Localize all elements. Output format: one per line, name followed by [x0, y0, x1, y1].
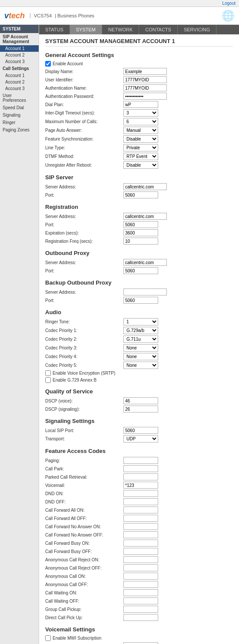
line-type-label: Line Type:: [45, 145, 123, 150]
dscp-voice-row: DSCP (voice):: [45, 397, 233, 404]
direct-pickup-row: Direct Call Pick Up:: [45, 614, 233, 621]
sidebar-item-call-account3[interactable]: Account 3: [0, 85, 39, 92]
reg-server-input[interactable]: [123, 213, 167, 220]
voicemail-code-input[interactable]: [123, 482, 158, 489]
logout-link[interactable]: Logout: [222, 1, 236, 6]
enable-account-checkbox[interactable]: [45, 61, 51, 67]
g729-checkbox[interactable]: [45, 377, 51, 383]
anon-on-row: Anonymous Call ON:: [45, 573, 233, 580]
display-name-input[interactable]: [123, 68, 167, 75]
auth-password-input[interactable]: [123, 93, 167, 100]
codec2-label: Codec Priority 2:: [45, 337, 123, 342]
bkob-server-input[interactable]: [123, 288, 167, 295]
codec5-row: Codec Priority 5: None: [45, 362, 233, 369]
sidebar-item-call-account2[interactable]: Account 2: [0, 79, 39, 85]
parked-input[interactable]: [123, 473, 158, 480]
voicemail-code-label: Voicemail:: [45, 483, 123, 488]
sidebar-item-user-pref[interactable]: User Preferences: [0, 92, 39, 104]
cfb-on-input[interactable]: [123, 540, 158, 547]
cw-on-input[interactable]: [123, 589, 158, 596]
tab-status[interactable]: STATUS: [39, 25, 70, 34]
dtmf-select[interactable]: RTP Event: [123, 153, 158, 160]
mailbox-input[interactable]: [123, 642, 158, 644]
sidebar-item-account2[interactable]: Account 2: [0, 52, 39, 58]
sidebar-item-paging-zones[interactable]: Paging Zones: [0, 126, 39, 134]
cfna-off-input[interactable]: [123, 531, 158, 538]
section-backup-outbound: Backup Outbound Proxy: [45, 279, 233, 286]
mwi-checkbox[interactable]: [45, 635, 51, 641]
codec4-select[interactable]: None: [123, 353, 158, 360]
srtp-checkbox[interactable]: [45, 370, 51, 376]
reg-port-input[interactable]: [123, 221, 158, 228]
local-sip-input[interactable]: [123, 427, 158, 434]
reg-exp-input[interactable]: [123, 229, 158, 236]
dnd-off-input[interactable]: [123, 498, 158, 505]
dnd-on-input[interactable]: [123, 490, 158, 497]
dial-plan-input[interactable]: [123, 101, 158, 108]
user-id-row: User Identifier:: [45, 76, 233, 83]
acr-off-input[interactable]: [123, 564, 158, 571]
anon-off-input[interactable]: [123, 581, 158, 588]
sidebar-item-account3[interactable]: Account 3: [0, 58, 39, 65]
dscp-voice-input[interactable]: [123, 397, 158, 404]
feature-sync-select[interactable]: Disable: [123, 135, 158, 143]
inter-digit-select[interactable]: 3: [123, 109, 158, 117]
page-title: SYSTEM ACCOUNT MANAGEMENT ACCOUNT 1: [45, 38, 233, 47]
direct-pickup-label: Direct Call Pick Up:: [45, 615, 123, 620]
cfna-off-row: Call Forward No Answer OFF:: [45, 531, 233, 538]
tab-system[interactable]: SYSTEM: [70, 25, 102, 34]
line-type-select[interactable]: Private: [123, 144, 158, 151]
sidebar-item-signaling[interactable]: Signaling: [0, 111, 39, 119]
sidebar-item-call-account1[interactable]: Account 1: [0, 72, 39, 79]
ob-port-input[interactable]: [123, 267, 158, 274]
max-calls-select[interactable]: 6: [123, 118, 158, 125]
paging-input[interactable]: [123, 457, 158, 464]
anon-off-label: Anonymous Call OFF:: [45, 582, 123, 587]
tab-servicing[interactable]: SERVICING: [178, 25, 216, 34]
page-auto-row: Page Auto Answer: Manual: [45, 127, 233, 134]
anon-on-input[interactable]: [123, 573, 158, 580]
dscp-signal-input[interactable]: [123, 406, 158, 413]
tab-contacts[interactable]: CONTACTS: [139, 25, 178, 34]
ringer-tone-select[interactable]: 1: [123, 318, 158, 325]
cfa-on-input[interactable]: [123, 506, 158, 513]
cw-off-input[interactable]: [123, 597, 158, 604]
sidebar-item-speed-dial[interactable]: Speed Dial: [0, 104, 39, 111]
codec2-select[interactable]: G.711u: [123, 335, 158, 343]
sip-server-input[interactable]: [123, 183, 167, 190]
tab-network[interactable]: NETWORK: [102, 25, 139, 34]
ob-server-input[interactable]: [123, 259, 167, 266]
sidebar-item-ringer[interactable]: Ringer: [0, 119, 39, 126]
paging-row: Paging:: [45, 457, 233, 464]
cfna-on-input[interactable]: [123, 523, 158, 530]
direct-pickup-input[interactable]: [123, 614, 158, 621]
auth-name-input[interactable]: [123, 84, 167, 91]
user-id-input[interactable]: [123, 76, 167, 83]
cfb-off-input[interactable]: [123, 548, 158, 555]
page-auto-select[interactable]: Manual: [123, 127, 158, 134]
dnd-on-label: DND ON:: [45, 491, 123, 496]
call-park-input[interactable]: [123, 465, 158, 472]
cfa-off-input[interactable]: [123, 515, 158, 522]
ob-server-row: Server Address:: [45, 259, 233, 266]
transport-select[interactable]: UDP: [123, 435, 158, 443]
cfb-off-label: Call Forward Busy OFF:: [45, 549, 123, 554]
acr-off-row: Anonymous Call Reject OFF:: [45, 564, 233, 571]
codec1-label: Codec Priority 1:: [45, 328, 123, 333]
sip-port-input[interactable]: [123, 191, 158, 198]
dnd-off-row: DND OFF:: [45, 498, 233, 505]
codec5-label: Codec Priority 5:: [45, 363, 123, 368]
reg-server-row: Server Address:: [45, 213, 233, 220]
parked-row: Parked Call Retrieval:: [45, 473, 233, 480]
codec5-select[interactable]: None: [123, 362, 158, 369]
codec1-select[interactable]: G.729a/b: [123, 327, 158, 334]
inter-digit-label: Inter-Digit Timeout (secs):: [45, 111, 123, 115]
acr-on-input[interactable]: [123, 556, 158, 563]
sidebar-item-account1[interactable]: Account 1: [0, 45, 39, 52]
reg-freq-input[interactable]: [123, 238, 158, 245]
dnd-on-row: DND ON:: [45, 490, 233, 497]
unreg-select[interactable]: Disable: [123, 161, 158, 169]
group-pickup-input[interactable]: [123, 606, 158, 613]
bkob-port-input[interactable]: [123, 297, 158, 304]
codec3-select[interactable]: None: [123, 344, 158, 352]
